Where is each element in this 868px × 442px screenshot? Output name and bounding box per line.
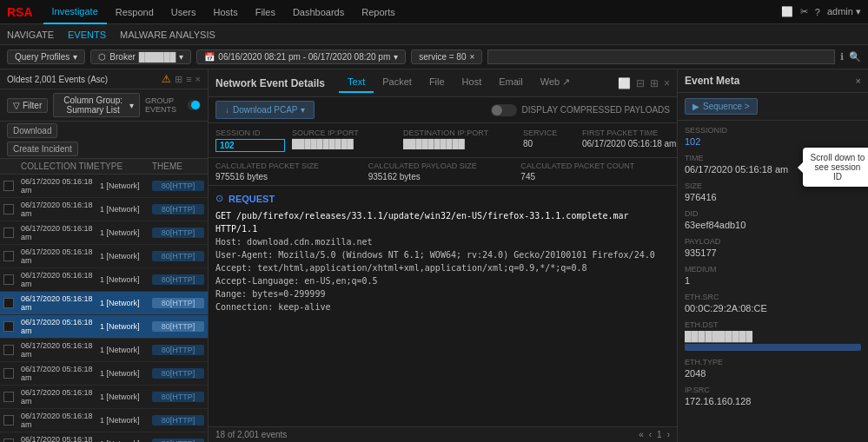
nav-dashboards[interactable]: Dashboards <box>284 0 353 24</box>
table-row[interactable]: 06/17/2020 05:16:18 am 1 [Network] 80[HT… <box>0 245 208 268</box>
filter-input[interactable] <box>487 49 835 64</box>
query-profile-label: Query Profiles <box>15 52 70 62</box>
prev-page[interactable]: « <box>639 430 644 439</box>
date-range-value: 06/16/2020 08:21 pm - 06/17/2020 08:20 p… <box>218 52 390 62</box>
toggle-knob <box>492 105 502 115</box>
event-detail-header: Network Event Details Text Packet File H… <box>209 69 677 97</box>
tab-email[interactable]: Email <box>490 73 532 93</box>
icon-split[interactable]: ⊟ <box>636 77 645 89</box>
service-filter-pill[interactable]: service = 80 × <box>411 49 482 64</box>
row-checkbox[interactable] <box>3 204 14 214</box>
subnav-events[interactable]: EVENTS <box>68 30 106 40</box>
next-page[interactable]: › <box>667 430 670 439</box>
row-checkbox[interactable] <box>3 321 14 332</box>
session-id-label: SESSION ID <box>215 129 285 137</box>
calc-payload-size-item: CALCULATED PAYLOAD SIZE 935162 bytes <box>368 162 518 181</box>
table-row[interactable]: 06/17/2020 05:16:18 am 1 [Network] 80[HT… <box>0 409 208 432</box>
meta-field-value: 1 <box>685 275 861 286</box>
meta-field-label: PAYLOAD <box>685 237 861 246</box>
filter-button[interactable]: ▽ Filter <box>7 98 48 113</box>
service-label: SERVICE <box>523 129 575 137</box>
date-range-pill[interactable]: 📅 06/16/2020 08:21 pm - 06/17/2020 08:20… <box>196 49 406 64</box>
query-profile-pill[interactable]: Query Profiles ▾ <box>7 49 85 64</box>
row-time: 06/17/2020 05:16:18 am <box>21 247 100 265</box>
tab-packet[interactable]: Packet <box>374 73 421 93</box>
row-type: 1 [Network] <box>100 228 152 237</box>
tab-text[interactable]: Text <box>339 73 374 93</box>
table-row[interactable]: 06/17/2020 05:16:18 am 1 [Network] 80[HT… <box>0 386 208 409</box>
nav-respond[interactable]: Respond <box>107 0 162 24</box>
group-events-label: GROUP EVENTS <box>145 96 184 114</box>
row-theme: 80[HTTP] <box>152 298 204 308</box>
tab-icons: ⬜ ⊟ ⊞ × <box>618 77 670 89</box>
request-line: Accept: text/html,application/xhtml+xml,… <box>215 261 670 274</box>
row-checkbox[interactable] <box>3 228 14 238</box>
row-time: 06/17/2020 05:16:18 am <box>21 177 100 195</box>
icon-grid2[interactable]: ⊞ <box>650 77 659 89</box>
table-row[interactable]: 06/17/2020 05:16:18 am 1 [Network] 80[HT… <box>0 221 208 245</box>
create-incident-button[interactable]: Create Incident <box>7 142 78 156</box>
prev-page2[interactable]: ‹ <box>649 430 652 439</box>
row-checkbox[interactable] <box>3 181 14 191</box>
table-row[interactable]: 06/17/2020 05:16:18 am 1 [Network] 80[HT… <box>0 362 208 386</box>
table-row[interactable]: 06/17/2020 05:16:18 am 1 [Network] 80[HT… <box>0 198 208 221</box>
row-checkbox[interactable] <box>3 415 14 426</box>
download-button[interactable]: Download <box>7 123 57 138</box>
nav-users[interactable]: Users <box>162 0 205 24</box>
request-label: REQUEST <box>229 194 275 204</box>
table-row[interactable]: 06/17/2020 05:16:18 am 1 [Network] 80[HT… <box>0 432 208 442</box>
calc-payload-label: CALCULATED PAYLOAD SIZE <box>368 162 518 170</box>
date-arrow: ▾ <box>394 52 398 62</box>
compressed-toggle-switch[interactable] <box>491 104 517 116</box>
icon-close2[interactable]: × <box>664 77 670 89</box>
row-checkbox[interactable] <box>3 368 14 379</box>
row-theme: 80[HTTP] <box>152 204 204 214</box>
search-icon[interactable]: 🔍 <box>849 51 861 63</box>
row-type: 1 [Network] <box>100 393 152 401</box>
row-checkbox[interactable] <box>3 251 14 261</box>
table-row[interactable]: 06/17/2020 05:16:18 am 1 [Network] 80[HT… <box>0 339 208 362</box>
col-time: COLLECTION TIME <box>21 162 100 171</box>
calc-meta-bar: CALCULATED PACKET SIZE 975516 bytes CALC… <box>209 158 677 186</box>
nav-reports[interactable]: Reports <box>353 0 404 24</box>
calc-packet-size-item: CALCULATED PACKET SIZE 975516 bytes <box>215 162 365 181</box>
nav-investigate[interactable]: Investigate <box>43 0 107 24</box>
tab-host[interactable]: Host <box>454 73 491 93</box>
col-type: TYPE <box>100 162 152 171</box>
close-right-icon[interactable]: × <box>856 76 861 86</box>
meta-field-label: ETH.SRC <box>685 293 861 301</box>
download-pcap-button[interactable]: ↓ Download PCAP ▾ <box>215 101 315 119</box>
service-filter-close[interactable]: × <box>469 52 474 62</box>
table-row[interactable]: 06/17/2020 05:16:18 am 1 [Network] 80[HT… <box>0 175 208 198</box>
table-row[interactable]: 06/17/2020 05:16:18 am 1 [Network] 80[HT… <box>0 292 208 315</box>
sequence-button[interactable]: ▶ Sequence > <box>685 98 758 115</box>
row-checkbox[interactable] <box>3 345 14 355</box>
row-time: 06/17/2020 05:16:18 am <box>21 388 100 406</box>
tab-web[interactable]: Web ↗ <box>532 73 579 93</box>
row-checkbox[interactable] <box>3 392 14 402</box>
column-group-button[interactable]: Column Group: Summary List ▾ <box>53 93 140 117</box>
meta-field-row: MEDIUM 1 <box>685 265 861 286</box>
download-icon: ↓ <box>225 105 229 115</box>
icon-expand[interactable]: ⬜ <box>618 77 631 89</box>
row-checkbox[interactable] <box>3 298 14 308</box>
nav-files[interactable]: Files <box>247 0 284 24</box>
broker-pill[interactable]: ⬡ Broker ██████ ▾ <box>90 49 191 64</box>
row-time: 06/17/2020 05:16:18 am <box>21 294 100 312</box>
nav-hosts[interactable]: Hosts <box>205 0 247 24</box>
subnav-navigate[interactable]: NAVIGATE <box>7 30 54 40</box>
tab-file[interactable]: File <box>421 73 454 93</box>
request-header: ⊙ REQUEST <box>215 193 670 204</box>
table-row[interactable]: 06/17/2020 05:16:18 am 1 [Network] 80[HT… <box>0 268 208 292</box>
subnav-malware[interactable]: MALWARE ANALYSIS <box>120 30 215 40</box>
row-time: 06/17/2020 05:16:18 am <box>21 271 100 288</box>
eth-bar <box>685 344 861 351</box>
admin-menu[interactable]: admin ▾ <box>827 6 861 17</box>
group-events-toggle[interactable] <box>188 100 201 110</box>
center-panel: Network Event Details Text Packet File H… <box>209 69 677 442</box>
info-icon[interactable]: ℹ <box>840 51 844 63</box>
row-checkbox[interactable] <box>3 274 14 285</box>
row-checkbox[interactable] <box>3 439 14 442</box>
icon-close: × <box>195 74 201 84</box>
table-row[interactable]: 06/17/2020 05:16:18 am 1 [Network] 80[HT… <box>0 315 208 339</box>
